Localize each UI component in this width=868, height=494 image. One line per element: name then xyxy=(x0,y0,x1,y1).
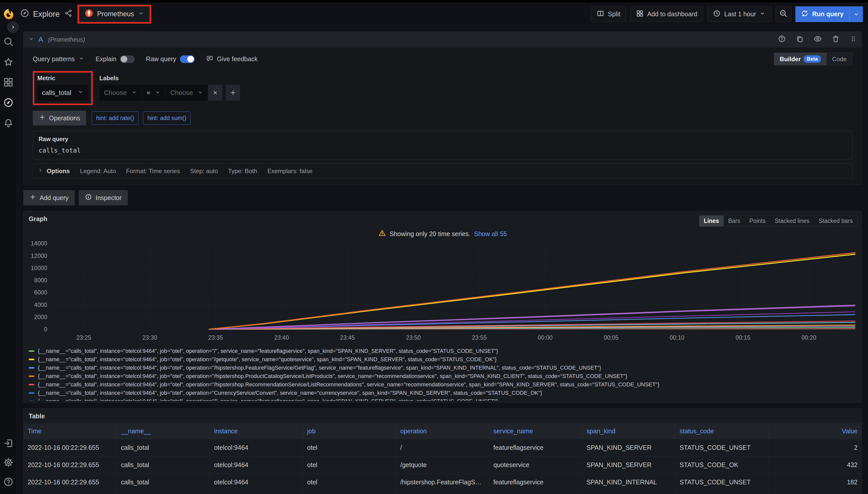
add-to-dashboard-button[interactable]: Add to dashboard xyxy=(630,6,703,22)
table-header-status_code[interactable]: status_code xyxy=(675,423,768,439)
label-value-select[interactable]: Choose xyxy=(166,85,208,100)
remove-query-trash-icon[interactable] xyxy=(832,35,840,45)
sidebar-item-help[interactable] xyxy=(3,476,14,488)
legend-item-5[interactable]: {__name__="calls_total", instance="otelc… xyxy=(29,389,862,397)
table-cell: quoteservice xyxy=(489,456,582,474)
table-header-value[interactable]: Value xyxy=(768,423,862,439)
sidebar-item-starred[interactable] xyxy=(3,56,14,68)
metric-label: Metric xyxy=(37,75,88,82)
legend-item-0[interactable]: {__name__="calls_total", instance="otelc… xyxy=(29,347,862,355)
table-cell: calls_total xyxy=(116,439,210,456)
add-query-button[interactable]: Add query xyxy=(23,190,75,205)
grafana-logo[interactable] xyxy=(0,8,17,20)
drag-handle-icon[interactable] xyxy=(849,35,857,44)
table-header-operation[interactable]: operation xyxy=(396,423,489,439)
table-row: 2022-10-16 00:22:29.655calls_totalotelco… xyxy=(24,456,862,474)
raw-query-label: Raw query xyxy=(39,136,847,142)
help-circle-icon[interactable] xyxy=(778,35,786,45)
table-cell: /hipstershop.ProductCatalogS... xyxy=(396,491,489,494)
table-cell: otel xyxy=(303,456,396,474)
results-table: Time__name__instancejoboperationservice_… xyxy=(24,423,862,494)
label-operator-select[interactable]: = xyxy=(142,85,165,100)
search-minus-icon xyxy=(779,10,788,19)
sidebar-item-settings[interactable] xyxy=(3,457,14,468)
sidebar-item-dashboards[interactable] xyxy=(3,77,14,88)
query-option-meta: Type: Both xyxy=(228,168,257,175)
explain-toggle[interactable] xyxy=(120,55,135,63)
query-option-meta: Format: Time series xyxy=(126,168,180,175)
graph-mode-bars[interactable]: Bars xyxy=(724,215,745,226)
graph-canvas[interactable]: 0200040006000800010000120001400023:2523:… xyxy=(26,240,858,344)
explain-toggle-group: Explain xyxy=(95,55,135,63)
svg-text:23:25: 23:25 xyxy=(76,334,91,341)
graph-mode-stacked-bars[interactable]: Stacked bars xyxy=(814,215,857,226)
query-row-header[interactable]: A (Prometheus) xyxy=(24,32,862,48)
table-cell: STATUS_CODE_OK xyxy=(675,456,768,474)
table-header-instance[interactable]: instance xyxy=(210,423,303,439)
legend-item-partial[interactable]: {__name__="calls_total", instance="otelc… xyxy=(29,397,862,401)
table-header-__name__[interactable]: __name__ xyxy=(116,423,210,439)
query-options-bar[interactable]: Options Legend: AutoFormat: Time seriesS… xyxy=(33,164,852,179)
inspector-button[interactable]: Inspector xyxy=(79,190,128,205)
chevron-right-icon xyxy=(38,168,43,175)
table-cell: featureflagservice xyxy=(489,474,582,491)
sidebar-item-alerting[interactable] xyxy=(3,117,14,129)
query-patterns-dropdown[interactable]: Query patterns xyxy=(33,55,84,63)
table-cell: 2022-10-16 00:22:29.655 xyxy=(24,474,116,491)
raw-query-toggle[interactable] xyxy=(180,55,195,63)
legend-item-2[interactable]: {__name__="calls_total", instance="otelc… xyxy=(29,364,862,372)
datasource-picker[interactable]: Prometheus xyxy=(79,6,150,22)
table-header-time[interactable]: Time xyxy=(24,423,116,439)
remove-label-filter-button[interactable] xyxy=(208,85,222,100)
add-label-filter-button[interactable] xyxy=(226,85,240,100)
sidebar-item-sign-in[interactable] xyxy=(3,438,14,449)
sidebar-item-search[interactable] xyxy=(3,36,14,47)
graph-mode-stacked-lines[interactable]: Stacked lines xyxy=(770,215,814,226)
label-key-select[interactable]: Choose xyxy=(100,85,142,100)
legend-item-4[interactable]: {__name__="calls_total", instance="otelc… xyxy=(29,381,862,389)
copy-query-icon[interactable] xyxy=(796,35,804,45)
help-circle-icon xyxy=(3,476,14,487)
legend-color-dash xyxy=(29,392,34,394)
table-cell: otel xyxy=(303,439,396,456)
gear-icon xyxy=(3,457,14,468)
svg-text:2000: 2000 xyxy=(34,314,47,320)
clock-icon xyxy=(713,10,721,19)
query-hint-button-1[interactable]: hint: add sum() xyxy=(143,111,191,125)
builder-mode-option[interactable]: Builder Beta xyxy=(774,53,827,65)
prometheus-icon xyxy=(84,8,93,20)
split-button[interactable]: Split xyxy=(591,6,626,22)
graph-mode-lines[interactable]: Lines xyxy=(699,215,724,226)
chevron-down-icon xyxy=(197,89,203,97)
zoom-out-button[interactable] xyxy=(776,6,791,22)
table-header-span_kind[interactable]: span_kind xyxy=(582,423,675,439)
graph-mode-points[interactable]: Points xyxy=(745,215,770,226)
give-feedback-link[interactable]: Give feedback xyxy=(206,55,258,64)
svg-text:14000: 14000 xyxy=(31,240,47,247)
legend-item-3[interactable]: {__name__="calls_total", instance="otelc… xyxy=(29,372,862,381)
compass-icon xyxy=(20,8,30,20)
legend-item-1[interactable]: {__name__="calls_total", instance="otelc… xyxy=(29,355,862,364)
run-query-button[interactable]: Run query xyxy=(795,6,849,22)
top-black-strip xyxy=(0,0,868,2)
expand-sidebar-button[interactable] xyxy=(7,21,19,33)
table-cell: SPAN_KIND_CLIENT xyxy=(582,491,675,494)
legend-label: {__name__="calls_total", instance="otelc… xyxy=(38,390,542,396)
table-row: 2022-10-16 00:22:29.655calls_totalotelco… xyxy=(24,439,862,456)
collapse-chevron-icon[interactable] xyxy=(28,36,34,44)
query-hint-button-0[interactable]: hint: add rate() xyxy=(92,111,139,125)
metric-select[interactable]: calls_total xyxy=(37,85,88,100)
add-operations-button[interactable]: Operations xyxy=(33,111,86,126)
sidebar-item-explore[interactable] xyxy=(3,97,14,108)
legend-color-dash xyxy=(29,350,34,352)
table-cell: SPAN_KIND_INTERNAL xyxy=(582,474,675,491)
time-range-picker[interactable]: Last 1 hour xyxy=(707,6,772,22)
plus-icon xyxy=(39,114,46,122)
show-all-series-link[interactable]: Show all 55 xyxy=(474,230,507,238)
table-header-job[interactable]: job xyxy=(303,423,396,439)
hide-response-eye-icon[interactable] xyxy=(813,35,822,45)
table-header-service_name[interactable]: service_name xyxy=(489,423,582,439)
code-mode-option[interactable]: Code xyxy=(827,53,852,65)
share-icon[interactable] xyxy=(64,9,72,19)
run-query-caret[interactable] xyxy=(849,6,863,22)
